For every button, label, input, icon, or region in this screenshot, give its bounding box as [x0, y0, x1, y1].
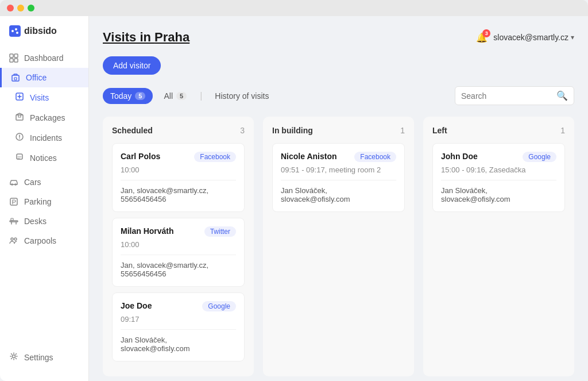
visitor-time: 09:17 — [121, 315, 236, 324]
user-email: slovacek@smartly.cz — [493, 33, 568, 42]
today-count-badge: 5 — [135, 92, 145, 100]
header-right: 🔔 3 slovacek@smartly.cz ▾ — [476, 32, 574, 43]
notification-bell[interactable]: 🔔 3 — [476, 32, 488, 43]
visitor-host: Jan Slováček, slovacek@ofisly.com — [441, 180, 556, 203]
cars-label: Cars — [24, 178, 41, 187]
svg-point-21 — [13, 355, 16, 358]
svg-rect-4 — [10, 54, 13, 57]
scheduled-title: Scheduled — [112, 126, 153, 135]
sidebar-item-dashboard[interactable]: Dashboard — [0, 48, 88, 68]
history-tab-label: History of visits — [215, 91, 269, 101]
svg-point-3 — [16, 32, 18, 34]
tabs-row: Today 5 All 5 | History of visits 🔍 — [103, 86, 574, 105]
columns: Scheduled 3 Carl Polos Facebook 10:00 Ja… — [103, 117, 574, 376]
visitor-card[interactable]: Nicole Aniston Facebook 09:51 - 09:17, m… — [272, 143, 405, 212]
visitor-time: 10:00 — [121, 240, 236, 249]
tab-all[interactable]: All 5 — [156, 88, 194, 104]
left-header: Left 1 — [432, 126, 565, 135]
logo[interactable]: dibsido — [0, 25, 88, 48]
parking-icon — [9, 197, 18, 206]
sidebar-item-parking[interactable]: Parking — [0, 192, 88, 211]
visitor-time: 15:00 - 09:16, Zasedačka — [441, 166, 556, 174]
sidebar-item-incidents[interactable]: Incidents — [0, 128, 88, 148]
titlebar — [0, 0, 588, 16]
card-header: John Doe Google — [441, 152, 556, 162]
sidebar-item-settings[interactable]: Settings — [9, 352, 79, 363]
page-title: Visits in Praha — [103, 30, 189, 45]
office-label: Office — [26, 73, 47, 82]
scheduled-column: Scheduled 3 Carl Polos Facebook 10:00 Ja… — [103, 117, 254, 376]
visitor-time: 09:51 - 09:17, meeting room 2 — [281, 166, 396, 174]
sidebar-item-cars[interactable]: Cars — [0, 172, 88, 192]
chevron-down-icon: ▾ — [571, 33, 574, 41]
sidebar-item-notices[interactable]: Notices — [0, 148, 88, 168]
visitor-host: Jan Slováček, slovacek@ofisly.com — [281, 180, 396, 203]
tab-today[interactable]: Today 5 — [103, 88, 153, 104]
carpools-label: Carpools — [24, 236, 56, 245]
visitor-host: Jan, slovacek@smartly.cz, 55656456456 — [121, 180, 236, 203]
svg-rect-6 — [10, 59, 13, 62]
carpool-icon — [9, 236, 18, 245]
dashboard-label: Dashboard — [24, 53, 64, 63]
sidebar-item-visits[interactable]: Visits — [0, 87, 88, 107]
desks-label: Desks — [24, 217, 47, 226]
logo-icon — [9, 25, 21, 37]
in-building-header: In building 1 — [272, 126, 405, 135]
visits-label: Visits — [30, 93, 49, 102]
toolbar: Add visitor — [103, 56, 574, 75]
svg-rect-9 — [14, 78, 17, 80]
in-building-column: In building 1 Nicole Aniston Facebook 09… — [263, 117, 414, 376]
visitor-host: Jan Slováček, slovacek@ofisly.com — [121, 329, 236, 353]
visitor-card[interactable]: Carl Polos Facebook 10:00 Jan, slovacek@… — [112, 143, 245, 212]
page-header: Visits in Praha 🔔 3 slovacek@smartly.cz … — [103, 30, 574, 45]
sidebar-item-desks[interactable]: Desks — [0, 211, 88, 231]
company-badge: Google — [202, 301, 236, 311]
search-box: 🔍 — [455, 86, 574, 105]
add-visitor-button[interactable]: Add visitor — [103, 56, 161, 75]
card-header: Nicole Aniston Facebook — [281, 152, 396, 162]
office-icon — [11, 73, 20, 82]
svg-point-1 — [11, 30, 14, 32]
visitor-card[interactable]: Joe Doe Google 09:17 Jan Slováček, slova… — [112, 293, 245, 361]
svg-point-2 — [15, 28, 17, 30]
user-menu[interactable]: slovacek@smartly.cz ▾ — [493, 33, 574, 42]
minimize-button[interactable] — [17, 5, 24, 11]
visitor-card[interactable]: Milan Horváth Twitter 10:00 Jan, slovace… — [112, 218, 245, 287]
visitor-name: John Doe — [441, 152, 478, 161]
company-badge: Google — [523, 152, 556, 162]
package-icon — [15, 112, 24, 123]
svg-point-20 — [14, 238, 17, 240]
notices-label: Notices — [30, 153, 57, 163]
svg-point-13 — [19, 138, 20, 139]
today-tab-label: Today — [110, 91, 131, 101]
svg-rect-0 — [9, 25, 21, 37]
settings-icon — [9, 352, 18, 363]
packages-label: Packages — [30, 113, 65, 122]
visits-icon — [15, 92, 24, 103]
visitor-name: Milan Horváth — [121, 226, 174, 236]
left-title: Left — [432, 126, 447, 135]
main-content: Visits in Praha 🔔 3 slovacek@smartly.cz … — [89, 16, 588, 381]
tabs: Today 5 All 5 | History of visits — [103, 88, 276, 104]
visitor-name: Joe Doe — [121, 301, 152, 310]
incidents-label: Incidents — [30, 133, 62, 143]
close-button[interactable] — [7, 5, 14, 11]
logo-text: dibsido — [24, 26, 57, 36]
in-building-title: In building — [272, 126, 313, 135]
tab-history[interactable]: History of visits — [208, 88, 276, 103]
sidebar-item-office[interactable]: Office — [0, 68, 88, 87]
sidebar-item-carpools[interactable]: Carpools — [0, 231, 88, 251]
visitor-card[interactable]: John Doe Google 15:00 - 09:16, Zasedačka… — [432, 143, 565, 212]
search-input[interactable] — [461, 91, 553, 101]
in-building-count: 1 — [400, 126, 405, 135]
left-count: 1 — [560, 126, 565, 135]
svg-rect-7 — [14, 59, 18, 62]
parking-label: Parking — [24, 197, 51, 206]
sub-nav: Visits Packages Incidents — [0, 87, 88, 168]
notice-icon — [15, 152, 24, 163]
desk-icon — [9, 217, 18, 226]
maximize-button[interactable] — [28, 5, 34, 11]
sidebar-item-packages[interactable]: Packages — [0, 107, 88, 128]
notification-badge: 3 — [482, 29, 490, 37]
visitor-host: Jan, slovacek@smartly.cz, 55656456456 — [121, 255, 236, 278]
